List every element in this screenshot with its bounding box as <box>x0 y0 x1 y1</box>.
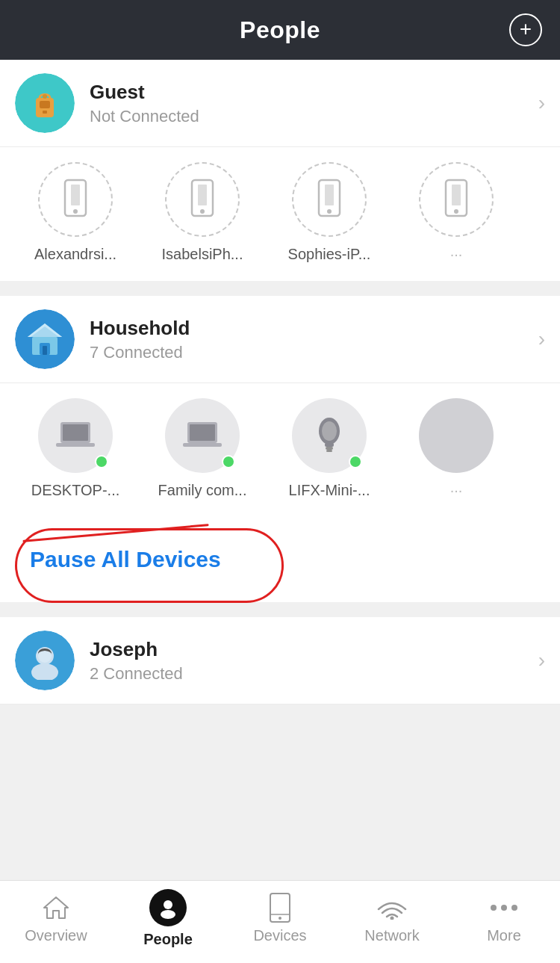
svg-point-11 <box>327 209 332 214</box>
nav-item-network[interactable]: Network <box>347 893 437 944</box>
device-icon-circle <box>292 398 367 473</box>
joseph-name: Joseph <box>90 638 531 661</box>
device-label: DESKTOP-... <box>31 482 120 499</box>
svg-rect-22 <box>63 424 88 441</box>
list-item[interactable]: ··· <box>393 162 520 263</box>
household-card: Household 7 Connected › DESKTOP-... <box>0 296 560 602</box>
nav-label-more: More <box>487 927 521 944</box>
guest-row[interactable]: Guest Not Connected › <box>0 60 560 147</box>
guest-name: Guest <box>90 81 531 104</box>
nav-item-devices[interactable]: Devices <box>235 893 325 944</box>
guest-avatar <box>15 73 75 133</box>
device-icon-circle <box>419 162 494 237</box>
page-title: People <box>240 16 320 44</box>
guest-info: Guest Not Connected <box>90 81 531 126</box>
device-label: Sophies-iP... <box>288 246 371 263</box>
svg-rect-23 <box>56 443 95 447</box>
add-person-button[interactable]: + <box>509 13 542 46</box>
svg-rect-29 <box>325 443 334 447</box>
svg-point-5 <box>73 209 78 214</box>
device-icon-circle <box>419 398 494 473</box>
svg-point-28 <box>322 421 337 441</box>
svg-rect-6 <box>71 185 80 205</box>
joseph-row[interactable]: Joseph 2 Connected › <box>0 617 560 705</box>
guest-status: Not Connected <box>90 107 531 126</box>
svg-rect-3 <box>43 94 47 99</box>
svg-rect-15 <box>452 185 461 205</box>
joseph-info: Joseph 2 Connected <box>90 638 531 684</box>
nav-item-overview[interactable]: Overview <box>11 893 101 944</box>
household-info: Household 7 Connected <box>90 317 531 362</box>
joseph-card: Joseph 2 Connected › <box>0 617 560 705</box>
list-item[interactable]: IsabelsiPh... <box>139 162 266 263</box>
household-avatar <box>15 309 75 369</box>
svg-rect-2 <box>43 111 47 114</box>
nav-label-network: Network <box>364 927 419 944</box>
svg-point-14 <box>454 209 458 214</box>
device-label: ··· <box>450 246 463 263</box>
home-icon <box>41 893 71 923</box>
nav-label-devices: Devices <box>253 927 306 944</box>
list-item[interactable]: Family com... <box>139 398 266 499</box>
household-status: 7 Connected <box>90 343 531 362</box>
list-item[interactable]: Sophies-iP... <box>266 162 393 263</box>
devices-icon <box>265 893 295 923</box>
svg-rect-31 <box>326 450 332 452</box>
people-icon <box>149 889 187 926</box>
pause-section: Pause All Devices <box>0 517 560 602</box>
household-name: Household <box>90 317 531 340</box>
svg-point-39 <box>279 917 281 920</box>
svg-point-42 <box>491 905 497 911</box>
svg-point-41 <box>391 916 394 920</box>
device-icon-circle <box>38 162 113 237</box>
svg-rect-1 <box>40 101 50 108</box>
device-label: Family com... <box>158 482 247 499</box>
pause-all-devices-button[interactable]: Pause All Devices <box>30 539 221 580</box>
page-header: People + <box>0 0 560 60</box>
device-label: ··· <box>450 482 463 499</box>
svg-rect-25 <box>190 424 215 441</box>
plus-icon: + <box>520 19 532 40</box>
list-item[interactable]: ··· <box>393 398 520 499</box>
svg-rect-12 <box>325 185 334 205</box>
guest-devices-strip: Alexandrsi... IsabelsiPh... <box>0 147 560 281</box>
bottom-navigation: Overview People Devices <box>0 880 560 963</box>
device-icon-circle <box>165 398 240 473</box>
svg-rect-19 <box>43 346 47 355</box>
guest-card: Guest Not Connected › Alexandrsi... <box>0 60 560 281</box>
household-chevron: › <box>538 327 545 351</box>
list-item[interactable]: Alexandrsi... <box>12 162 139 263</box>
household-row[interactable]: Household 7 Connected › <box>0 296 560 383</box>
svg-rect-30 <box>326 447 333 450</box>
nav-item-people[interactable]: People <box>123 889 213 948</box>
svg-rect-9 <box>198 185 207 205</box>
network-icon <box>377 893 407 923</box>
svg-rect-26 <box>183 443 222 447</box>
household-devices-strip: DESKTOP-... Family com... <box>0 383 560 517</box>
guest-chevron: › <box>538 91 545 115</box>
device-label: LIFX-Mini-... <box>289 482 370 499</box>
svg-marker-35 <box>44 897 68 918</box>
joseph-avatar <box>15 631 75 690</box>
device-icon-circle <box>38 398 113 473</box>
nav-label-people: People <box>143 931 193 948</box>
svg-point-8 <box>200 209 205 214</box>
svg-point-37 <box>161 910 175 919</box>
joseph-chevron: › <box>538 648 545 672</box>
more-icon <box>489 893 519 923</box>
list-item[interactable]: LIFX-Mini-... <box>266 398 393 499</box>
svg-point-43 <box>501 905 507 911</box>
list-item[interactable]: DESKTOP-... <box>12 398 139 499</box>
joseph-status: 2 Connected <box>90 664 531 684</box>
device-label: Alexandrsi... <box>34 246 116 263</box>
svg-point-44 <box>511 905 517 911</box>
svg-point-33 <box>31 663 58 680</box>
device-label: IsabelsiPh... <box>162 246 243 263</box>
device-icon-circle <box>165 162 240 237</box>
nav-label-overview: Overview <box>25 927 87 944</box>
nav-item-more[interactable]: More <box>459 893 549 944</box>
device-icon-circle <box>292 162 367 237</box>
svg-point-36 <box>164 900 172 909</box>
